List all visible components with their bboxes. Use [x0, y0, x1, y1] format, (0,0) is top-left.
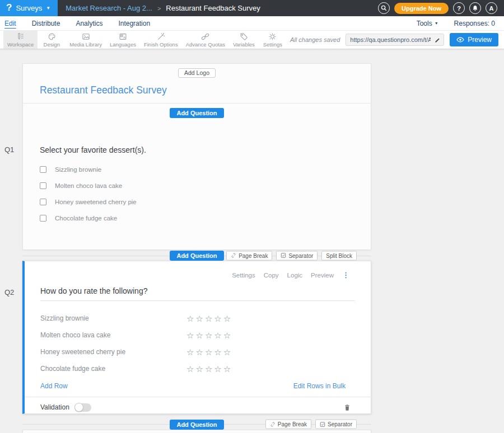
toolbar-item-label: Finish Options [144, 41, 178, 48]
checkbox-icon[interactable] [40, 199, 46, 205]
save-status: All changes saved [290, 36, 340, 43]
toolbar-item-settings[interactable]: Settings [259, 31, 287, 49]
question-logic-link[interactable]: Logic [287, 272, 303, 279]
insert-options: Page Break Separator Split Block [226, 251, 357, 260]
notifications-button[interactable] [469, 2, 481, 14]
survey-block-3-partial [22, 430, 371, 433]
toolbar-item-label: Design [44, 41, 60, 48]
page-break-button[interactable]: Page Break [226, 251, 272, 260]
wand-icon [157, 32, 165, 41]
rating-row-label[interactable]: Chocolate fudge cake [40, 365, 186, 373]
checkbox-icon[interactable] [40, 166, 46, 173]
preview-label: Preview [468, 36, 492, 44]
checkbox-option[interactable]: Honey sweetened cherry pie [40, 194, 354, 210]
separator-button[interactable]: Separator [276, 251, 318, 260]
add-row-link[interactable]: Add Row [40, 382, 68, 390]
insert-row-2: Add Question Page Break Separator [22, 414, 371, 430]
account-avatar[interactable]: A [486, 2, 497, 14]
add-question-button[interactable]: Add Question [170, 420, 223, 430]
separator-icon [281, 253, 286, 258]
page-break-label: Page Break [239, 252, 268, 258]
checkbox-icon[interactable] [40, 215, 46, 222]
option-label: Honey sweetened cherry pie [55, 199, 137, 205]
questionpro-logo-icon: ? [6, 3, 12, 12]
delete-question-button[interactable] [344, 404, 351, 411]
star-rating-icons[interactable]: ☆☆☆☆☆ [186, 365, 232, 373]
toolbar-item-variables[interactable]: Variables [229, 31, 259, 49]
workspace-icon [16, 32, 25, 41]
svg-text:A: A [123, 35, 126, 39]
checkbox-option[interactable]: Chocolate fudge cake [40, 210, 354, 227]
page-break-icon [270, 421, 276, 427]
upgrade-now-button[interactable]: Upgrade Now [394, 3, 449, 14]
toolbar-item-design[interactable]: Design [38, 31, 66, 49]
gear-icon [268, 32, 277, 41]
toolbar-item-label: Languages [110, 41, 136, 48]
breadcrumb-separator-icon: > [157, 5, 161, 12]
option-label: Sizzling brownie [55, 166, 101, 173]
surveys-menu-label: Surveys [16, 4, 42, 12]
topbar-actions: Upgrade Now ? A [378, 2, 504, 14]
edit-rows-in-bulk-link[interactable]: Edit Rows in Bulk [293, 382, 346, 390]
search-button[interactable] [378, 2, 390, 14]
survey-editor-canvas: Q1 Q2 Add Logo Restaurant Feedback Surve… [0, 49, 504, 433]
toolbar-item-media-library[interactable]: Media Library [66, 31, 106, 49]
chain-links-icon [201, 32, 209, 41]
question-preview-link[interactable]: Preview [311, 272, 334, 279]
rating-row: Sizzling brownie ☆☆☆☆☆ [25, 310, 371, 327]
tab-analytics[interactable]: Analytics [76, 20, 102, 27]
checkbox-option[interactable]: Molten choco lava cake [40, 178, 354, 194]
tab-edit[interactable]: Edit [4, 20, 16, 27]
avatar-label: A [489, 5, 494, 12]
toolbar-item-advance-quotas[interactable]: Advance Quotas [182, 31, 229, 49]
search-icon [381, 5, 387, 11]
add-logo-button[interactable]: Add Logo [178, 68, 216, 78]
more-options-icon[interactable]: ⋮ [342, 271, 349, 279]
star-rating-icons[interactable]: ☆☆☆☆☆ [186, 331, 232, 340]
toolbar-item-finish-options[interactable]: Finish Options [140, 31, 182, 49]
editor-toolbar: Workspace Design Media Library A Languag… [0, 31, 504, 49]
survey-title[interactable]: Restaurant Feedback Survey [40, 84, 371, 96]
question-q1-text[interactable]: Select your favorite dessert(s). [40, 145, 354, 155]
tab-integration[interactable]: Integration [118, 20, 150, 27]
add-question-button[interactable]: Add Question [170, 108, 223, 118]
rating-row: Chocolate fudge cake ☆☆☆☆☆ [25, 360, 371, 377]
rating-row-label[interactable]: Honey sweetened cherry pie [40, 348, 186, 356]
add-question-button[interactable]: Add Question [170, 251, 223, 261]
toolbar-item-workspace[interactable]: Workspace [3, 31, 38, 49]
surveys-menu[interactable]: ? Surveys ▼ [0, 0, 58, 16]
insert-options: Page Break Separator [265, 420, 357, 429]
separator-button[interactable]: Separator [315, 420, 357, 429]
toolbar-item-label: Variables [233, 41, 255, 48]
question-q1[interactable]: Select your favorite dessert(s). Sizzlin… [23, 123, 371, 227]
question-q2-text[interactable]: How do you rate the following? [40, 286, 355, 301]
tab-distribute[interactable]: Distribute [32, 20, 60, 27]
split-block-label: Split Block [326, 252, 352, 258]
survey-url-input[interactable] [346, 36, 432, 43]
question-settings-link[interactable]: Settings [232, 272, 255, 279]
survey-block-2-selected[interactable]: Settings Copy Logic Preview ⋮ How do you… [22, 261, 371, 414]
insert-row-1: Add Question Page Break Separator Split … [22, 250, 371, 261]
toolbar-item-languages[interactable]: A Languages [106, 31, 140, 49]
rating-row-label[interactable]: Molten choco lava cake [40, 331, 186, 339]
tools-menu[interactable]: Tools▼ [417, 20, 438, 27]
star-rating-icons[interactable]: ☆☆☆☆☆ [186, 348, 232, 356]
option-label: Chocolate fudge cake [55, 215, 117, 222]
toolbar-item-label: Workspace [7, 41, 34, 48]
rating-row-label[interactable]: Sizzling brownie [40, 314, 186, 322]
validation-toggle[interactable] [74, 403, 91, 412]
preview-button[interactable]: Preview [450, 33, 498, 46]
split-block-button[interactable]: Split Block [321, 251, 357, 260]
responses-count[interactable]: Responses: 0 [454, 20, 495, 27]
edit-url-button[interactable] [432, 34, 444, 45]
page-break-button[interactable]: Page Break [265, 420, 311, 429]
survey-url-box [346, 34, 444, 46]
breadcrumb-parent[interactable]: Market Research - Aug 2... [66, 4, 152, 12]
checkbox-option[interactable]: Sizzling brownie [40, 162, 354, 178]
question-copy-link[interactable]: Copy [264, 272, 279, 279]
chevron-down-icon: ▼ [46, 6, 50, 11]
star-rating-icons[interactable]: ☆☆☆☆☆ [186, 314, 232, 323]
checkbox-icon[interactable] [40, 182, 46, 189]
help-button[interactable]: ? [453, 2, 465, 14]
toolbar-item-label: Media Library [69, 41, 102, 48]
